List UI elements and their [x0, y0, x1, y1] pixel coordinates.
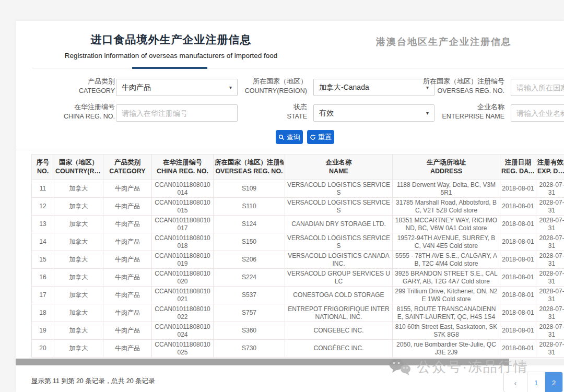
cell-exp-date: 2028-07-31: [536, 287, 564, 304]
table-row[interactable]: 13 加拿大 牛肉产品 CCAN01011808010017 S124 CANA…: [32, 216, 564, 233]
col-header-reg-date: 注册日期REG. DATE: [500, 155, 536, 180]
cell-category: 牛肉产品: [103, 251, 152, 269]
refresh-icon: [310, 134, 316, 140]
cell-name: VERSACOLD LOGISTICS SERVICES: [285, 180, 393, 198]
cell-exp-date: 2028-07-31: [536, 251, 564, 269]
cell-name: CONESTOGA COLD STORAGE: [285, 287, 393, 304]
cell-name: CANADIAN DRY STORAGE LTD.: [285, 216, 393, 233]
category-label: 产品类别 CATEGORY: [42, 76, 115, 96]
cell-china-reg-no: CCAN01011808010019: [152, 251, 214, 269]
cell-address: 19572-94TH AVENUE, SURREY, BC, V4N 4E5 C…: [393, 233, 500, 251]
cell-category: 牛肉产品: [103, 304, 152, 322]
cell-name: CONGEBEC INC.: [285, 322, 393, 340]
cell-reg-date: 2018-08-01: [500, 233, 536, 251]
cell-overseas-reg-no: S109: [214, 180, 285, 198]
cell-no: 11: [32, 180, 54, 198]
col-header-overseas-reg-no: 所在国家（地区）注册编号OVERSEAS REG. NO.: [214, 155, 285, 180]
col-header-address: 生产场所地址ADDRESS: [393, 155, 500, 180]
cell-country: 加拿大: [54, 269, 103, 287]
cell-china-reg-no: CCAN01011808010020: [152, 269, 214, 287]
enterprise-name-label: 企业名称 ENTERPRISE NAME: [381, 102, 504, 122]
cell-address: 299 Trillium Drive, Kitchener, ON, N2E 1…: [393, 287, 500, 304]
cell-address: 18351 MCCARTNEY WAY, RICHMOND, BC, V6W 0…: [393, 216, 500, 233]
cell-china-reg-no: CCAN01011808010024: [152, 322, 214, 340]
cell-china-reg-no: CCAN01011808010015: [152, 198, 214, 216]
cell-overseas-reg-no: S124: [214, 216, 285, 233]
cell-exp-date: 2028-07-31: [536, 233, 564, 251]
table-row[interactable]: 15 加拿大 牛肉产品 CCAN01011808010019 S206 VERS…: [32, 251, 564, 269]
cell-country: 加拿大: [54, 287, 103, 304]
horizontal-scrollbar-thumb[interactable]: [16, 359, 509, 365]
table-row[interactable]: 20 加拿大 牛肉产品 CCAN01011808010025 S730 CONG…: [32, 340, 564, 358]
cell-china-reg-no: CCAN01011808010017: [152, 216, 214, 233]
cell-country: 加拿大: [54, 233, 103, 251]
cell-china-reg-no: CCAN01011808010014: [152, 180, 214, 198]
country-label: 所在国家（地区） COUNTRY(REGION): [188, 76, 307, 96]
cell-address: 2050, rue Bombardier Ste-Julie, QC J3E 2…: [393, 340, 500, 358]
cell-country: 加拿大: [54, 251, 103, 269]
cell-exp-date: 2028-07-31: [536, 304, 564, 322]
table-body: 11 加拿大 牛肉产品 CCAN01011808010014 S109 VERS…: [32, 180, 564, 358]
pagination-page-1-button[interactable]: 1: [527, 372, 545, 392]
table-row[interactable]: 14 加拿大 牛肉产品 CCAN01011808010018 S150 VERS…: [32, 233, 564, 251]
cell-overseas-reg-no: S206: [214, 251, 285, 269]
tab-imported-food-active: 进口食品境外生产企业注册信息 Registration information …: [50, 32, 292, 60]
table-row[interactable]: 11 加拿大 牛肉产品 CCAN01011808010014 S109 VERS…: [32, 180, 564, 198]
tab-hk-macao-taiwan[interactable]: 港澳台地区生产企业注册信息: [376, 35, 512, 48]
tabs-divider: [32, 68, 564, 68]
cell-china-reg-no: CCAN01011808010025: [152, 340, 214, 358]
pagination: ‹ 1 2: [503, 372, 563, 392]
cell-address: 810 60th Street East, Saskatoon, SK S7K …: [393, 322, 500, 340]
cell-no: 12: [32, 198, 54, 216]
china-reg-no-label: 在华注册编号 CHINA REG. NO.: [42, 102, 115, 122]
cell-reg-date: 2018-08-01: [500, 340, 536, 358]
col-header-exp-date: 注册有效期EXP. DATE: [536, 155, 564, 180]
pagination-page-2-button[interactable]: 2: [545, 372, 562, 392]
cell-no: 17: [32, 287, 54, 304]
main-panel: 进口食品境外生产企业注册信息 Registration information …: [16, 21, 564, 392]
cell-exp-date: 2028-07-31: [536, 198, 564, 216]
cell-no: 20: [32, 340, 54, 358]
reset-button[interactable]: 重置: [307, 130, 334, 144]
search-button[interactable]: 查询: [276, 130, 303, 144]
cell-reg-date: 2018-08-01: [500, 216, 536, 233]
overseas-reg-no-label: 所在国家（地区）注册编号 OVERSEAS REG. NO.: [381, 76, 504, 96]
overseas-reg-no-input[interactable]: [511, 79, 564, 96]
pagination-prev-button[interactable]: ‹: [504, 372, 527, 392]
cell-reg-date: 2018-08-01: [500, 269, 536, 287]
col-header-country: 国家（地区）COUNTRY(REGION): [54, 155, 103, 180]
cell-category: 牛肉产品: [103, 287, 152, 304]
active-tab-underline: [132, 67, 207, 69]
table-row[interactable]: 17 加拿大 牛肉产品 CCAN01011808010021 S537 CONE…: [32, 287, 564, 304]
cell-reg-date: 2018-08-01: [500, 251, 536, 269]
cell-overseas-reg-no: S224: [214, 269, 285, 287]
cell-overseas-reg-no: S730: [214, 340, 285, 358]
col-header-category: 产品类别CATEGORY: [103, 155, 152, 180]
cell-category: 牛肉产品: [103, 233, 152, 251]
cell-no: 15: [32, 251, 54, 269]
table-header-row: 序号NO. 国家（地区）COUNTRY(REGION) 产品类别CATEGORY…: [32, 155, 564, 180]
cell-category: 牛肉产品: [103, 340, 152, 358]
cell-address: 5555 - 78TH AVE S.E., CALGARY, AB, T2C 4…: [393, 251, 500, 269]
cell-overseas-reg-no: S150: [214, 233, 285, 251]
table-row[interactable]: 18 加拿大 牛肉产品 CCAN01011808010022 S757 ENTR…: [32, 304, 564, 322]
table-row[interactable]: 12 加拿大 牛肉产品 CCAN01011808010015 S110 VERS…: [32, 198, 564, 216]
cell-exp-date: 2028-07-31: [536, 269, 564, 287]
enterprise-name-input[interactable]: [511, 104, 564, 122]
cell-overseas-reg-no: S757: [214, 304, 285, 322]
cell-category: 牛肉产品: [103, 269, 152, 287]
cell-category: 牛肉产品: [103, 180, 152, 198]
cell-no: 19: [32, 322, 54, 340]
cell-country: 加拿大: [54, 340, 103, 358]
cell-country: 加拿大: [54, 180, 103, 198]
cell-china-reg-no: CCAN01011808010022: [152, 304, 214, 322]
cell-country: 加拿大: [54, 216, 103, 233]
form-divider: [16, 150, 564, 150]
cell-exp-date: 2028-07-31: [536, 340, 564, 358]
cell-reg-date: 2018-08-01: [500, 322, 536, 340]
table-row[interactable]: 19 加拿大 牛肉产品 CCAN01011808010024 S360 CONG…: [32, 322, 564, 340]
cell-country: 加拿大: [54, 322, 103, 340]
table-row[interactable]: 16 加拿大 牛肉产品 CCAN01011808010020 S224 VERS…: [32, 269, 564, 287]
cell-no: 18: [32, 304, 54, 322]
cell-reg-date: 2018-08-01: [500, 180, 536, 198]
